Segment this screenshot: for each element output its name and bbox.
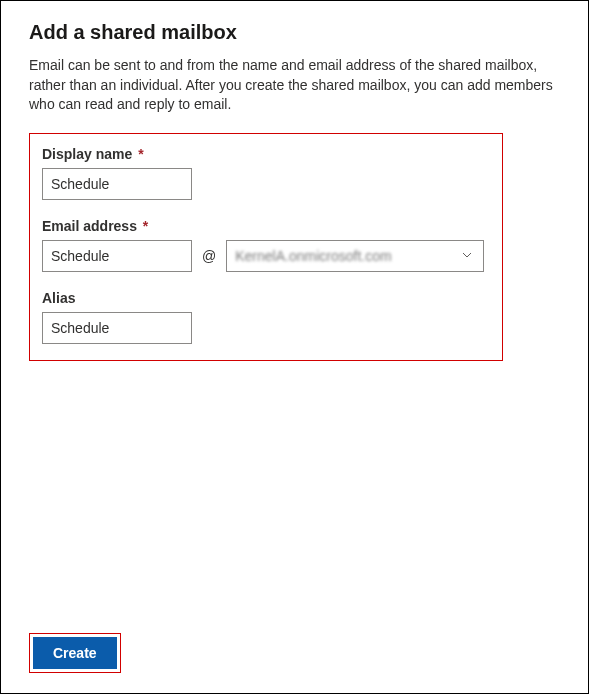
at-symbol: @	[202, 248, 216, 264]
email-row: @ KernelA.onmicrosoft.com	[42, 240, 490, 272]
display-name-label-text: Display name	[42, 146, 132, 162]
email-local-input[interactable]	[42, 240, 192, 272]
alias-input[interactable]	[42, 312, 192, 344]
alias-group: Alias	[42, 290, 490, 344]
email-address-label-text: Email address	[42, 218, 137, 234]
domain-select-value: KernelA.onmicrosoft.com	[235, 248, 391, 264]
email-address-label: Email address *	[42, 218, 490, 234]
form-section: Display name * Email address * @ KernelA…	[29, 133, 503, 361]
domain-select[interactable]: KernelA.onmicrosoft.com	[226, 240, 484, 272]
alias-label-text: Alias	[42, 290, 75, 306]
display-name-group: Display name *	[42, 146, 490, 200]
page-description: Email can be sent to and from the name a…	[29, 56, 560, 115]
page-title: Add a shared mailbox	[29, 21, 560, 44]
create-button[interactable]: Create	[33, 637, 117, 669]
create-button-highlight: Create	[29, 633, 121, 673]
alias-label: Alias	[42, 290, 490, 306]
email-address-group: Email address * @ KernelA.onmicrosoft.co…	[42, 218, 490, 272]
footer: Create	[29, 633, 121, 673]
required-indicator: *	[138, 146, 143, 162]
display-name-input[interactable]	[42, 168, 192, 200]
chevron-down-icon	[461, 248, 473, 264]
display-name-label: Display name *	[42, 146, 490, 162]
required-indicator: *	[143, 218, 148, 234]
